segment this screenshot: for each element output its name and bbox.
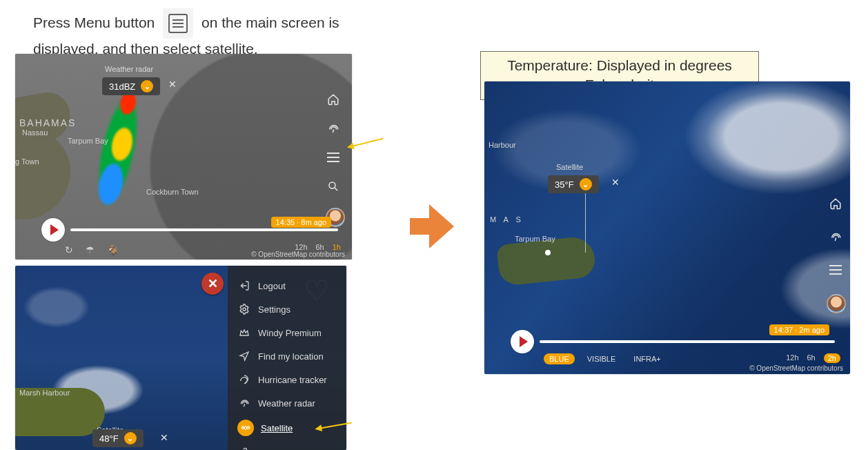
map-label-harbour: Harbour (489, 141, 516, 149)
layer-label: Weather radar (105, 65, 153, 73)
value-pill[interactable]: 48°F ⌄ (92, 429, 144, 447)
value-pill[interactable]: 31dBZ ⌄ (102, 77, 160, 95)
menu-label: Logout (258, 281, 286, 291)
tab-infra[interactable]: INFRA+ (628, 353, 666, 364)
svg-point-1 (243, 308, 246, 311)
instruction-pre: Press Menu button (33, 14, 155, 30)
menu-item-logout[interactable]: Logout (228, 274, 346, 297)
menu-label: Wind (258, 448, 279, 451)
location-dot (545, 250, 551, 255)
chevron-down-icon[interactable]: ⌄ (580, 178, 592, 190)
map-label-marsh: Marsh Harbour (19, 389, 70, 397)
scale-2h[interactable]: 2h (824, 353, 840, 363)
timeline-track[interactable] (540, 340, 835, 343)
map-label-cockburn: Cockburn Town (146, 188, 199, 196)
loop-icon[interactable]: ↻ (65, 244, 73, 255)
menu-icon[interactable] (326, 150, 341, 165)
menu-item-radar[interactable]: Weather radar (228, 391, 346, 415)
value-pill[interactable]: 35°F ⌄ (548, 175, 599, 193)
avatar[interactable] (827, 294, 846, 313)
side-menu: Logout Settings Windy Premium Find my lo… (228, 266, 346, 450)
copyright: © OpenStreetMap contributors (251, 251, 345, 258)
menu-label: Find my location (258, 351, 324, 362)
map-label-tarpum: Tarpum Bay (515, 235, 555, 243)
svg-rect-4 (244, 427, 248, 430)
location-arrow-icon (237, 349, 251, 363)
play-button[interactable] (41, 218, 65, 242)
gear-icon (237, 302, 251, 316)
menu-item-premium[interactable]: Windy Premium (228, 321, 346, 344)
home-icon[interactable] (326, 92, 341, 107)
time-badge: 14:35 · 8m ago (271, 217, 331, 228)
tab-visible[interactable]: VISIBLE (582, 353, 622, 364)
map-label-town: g Town (15, 157, 39, 166)
play-button[interactable] (511, 330, 534, 353)
home-icon[interactable] (828, 196, 843, 211)
umbrella-icon[interactable]: ☂ (86, 244, 95, 255)
timeline-track[interactable] (70, 228, 338, 231)
chevron-down-icon[interactable]: ⌄ (124, 432, 137, 444)
satellite-icon (237, 420, 254, 436)
crown-icon (237, 326, 251, 340)
map-label-bahamas: BAHAMAS (19, 117, 76, 128)
satellite-channel-tabs: BLUE VISIBLE INFRA+ (544, 353, 667, 364)
map-label-mas: M A S (490, 215, 524, 224)
wind-icon (237, 446, 251, 450)
chevron-down-icon[interactable]: ⌄ (141, 80, 153, 92)
map-label-nassau: Nassau (22, 128, 48, 137)
scale-12h[interactable]: 12h (786, 353, 798, 363)
time-scale: 12h 6h 2h (786, 353, 840, 363)
radar-icon[interactable] (326, 121, 341, 136)
scale-6h[interactable]: 6h (807, 353, 816, 363)
pill-value: 31dBZ (109, 81, 135, 92)
radar-icon (237, 396, 251, 410)
time-badge: 14:37 · 2m ago (769, 324, 829, 335)
hamburger-box-icon (168, 14, 188, 33)
close-menu-button[interactable]: ✕ (201, 273, 224, 295)
menu-label: Hurricane tracker (258, 375, 327, 385)
screenshot-satellite: Harbour M A S Tarpum Bay Satellite 35°F … (484, 81, 850, 374)
menu-label: Windy Premium (258, 328, 322, 338)
menu-label: Satellite (261, 423, 293, 433)
menu-item-satellite[interactable]: Satellite (228, 415, 346, 441)
menu-item-findlocation[interactable]: Find my location (228, 344, 346, 368)
map-label-tarpum: Tarpum Bay (68, 137, 108, 145)
menu-icon[interactable] (828, 262, 843, 277)
menu-item-settings[interactable]: Settings (228, 297, 346, 321)
screenshot-menu: Marsh Harbour Satellite 48°F ⌄ ✕ ✕ ♡ Log… (15, 266, 346, 450)
pill-value: 48°F (99, 433, 119, 444)
marker-line (585, 193, 586, 253)
pill-value: 35°F (555, 179, 574, 190)
close-icon[interactable]: ✕ (611, 177, 620, 188)
close-icon[interactable]: ✕ (168, 79, 177, 90)
hurricane-icon (237, 373, 251, 387)
annotation-arrow (348, 138, 384, 148)
svg-point-0 (329, 182, 335, 188)
timeline-mode-icons: ↻ ☂ 🐐 (65, 244, 119, 255)
instruction-text: Press Menu button on the main screen is … (33, 8, 392, 59)
copyright: © OpenStreetMap contributors (749, 364, 843, 372)
menu-item-wind[interactable]: Wind (228, 441, 346, 450)
screenshot-radar: BAHAMAS Nassau Tarpum Bay Cockburn Town … (15, 54, 352, 260)
menu-button-inline-icon (163, 8, 193, 39)
right-toolbar (326, 92, 345, 227)
layer-label: Satellite (556, 163, 583, 171)
menu-item-hurricane[interactable]: Hurricane tracker (228, 368, 346, 391)
radar-icon[interactable] (828, 229, 843, 244)
goat-icon[interactable]: 🐐 (107, 244, 119, 255)
close-icon[interactable]: ✕ (160, 432, 168, 443)
search-icon[interactable] (326, 179, 341, 194)
flow-arrow-icon (410, 204, 454, 248)
tab-blue[interactable]: BLUE (544, 353, 575, 364)
logout-icon (237, 279, 251, 293)
menu-label: Settings (258, 304, 290, 315)
menu-label: Weather radar (258, 398, 315, 409)
